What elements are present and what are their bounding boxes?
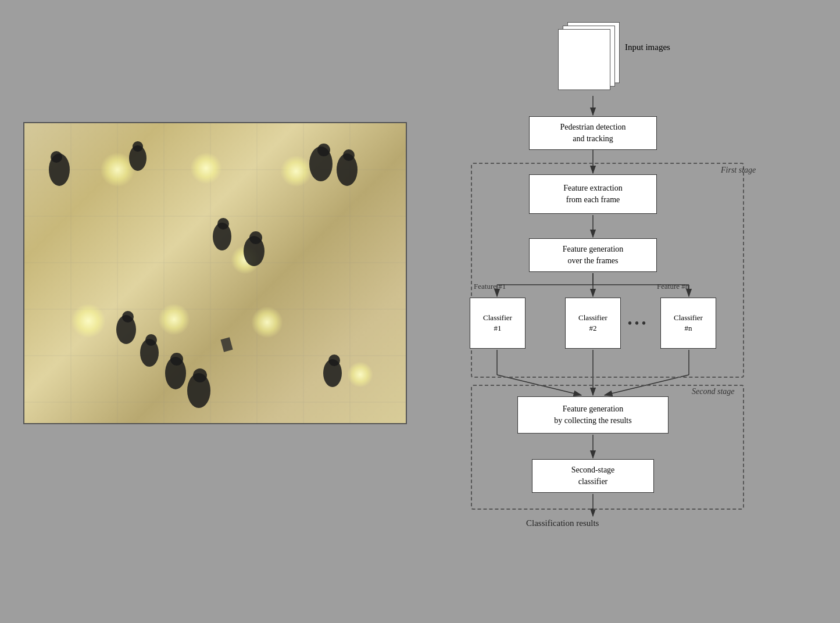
svg-point-30 [170, 353, 183, 366]
svg-point-24 [249, 231, 262, 244]
people-silhouettes [24, 123, 407, 424]
input-images-label: Input images [625, 42, 670, 52]
flowchart: Input images Pedestrian detectionand tra… [442, 17, 817, 606]
stack-page-3 [558, 29, 610, 90]
feature-1-label: Feature #1 [474, 282, 506, 291]
left-panel [23, 122, 407, 424]
feature-generation-frames-text: Feature generationover the frames [563, 244, 624, 266]
svg-point-32 [193, 368, 207, 382]
main-container: Input images Pedestrian detectionand tra… [0, 0, 840, 623]
feature-extraction-text: Feature extractionfrom each frame [563, 182, 622, 205]
svg-point-26 [122, 311, 134, 323]
feature-generation-frames-box: Feature generationover the frames [529, 238, 657, 272]
second-stage-label: Second stage [692, 387, 734, 396]
classifier-2-text: Classifier#2 [578, 313, 607, 334]
feature-generation-results-text: Feature generationby collecting the resu… [554, 403, 631, 426]
classifier-1-text: Classifier#1 [483, 313, 512, 334]
pedestrian-detection-text: Pedestrian detectionand tracking [560, 121, 625, 144]
classifier-2-box: Classifier#2 [565, 298, 621, 349]
feature-generation-results-box: Feature generationby collecting the resu… [517, 396, 669, 434]
second-stage-classifier-box: Second-stageclassifier [532, 459, 654, 493]
svg-point-14 [51, 151, 62, 163]
dots-label: • • • [628, 317, 646, 330]
svg-point-18 [317, 144, 330, 156]
svg-point-20 [343, 149, 355, 161]
classifier-n-box: Classifier#n [660, 298, 716, 349]
pedestrian-detection-box: Pedestrian detectionand tracking [529, 116, 657, 150]
right-panel: Input images Pedestrian detectionand tra… [442, 17, 817, 606]
feature-n-label: Feature #n [657, 282, 689, 291]
classification-results-label: Classification results [526, 518, 599, 528]
svg-point-28 [145, 334, 157, 346]
feature-extraction-box: Feature extractionfrom each frame [529, 174, 657, 214]
input-images-stack: Input images [558, 22, 622, 92]
svg-point-22 [217, 218, 229, 230]
second-stage-classifier-text: Second-stageclassifier [571, 464, 615, 487]
svg-point-34 [328, 355, 340, 366]
svg-point-16 [133, 141, 143, 152]
classifier-n-text: Classifier#n [674, 313, 703, 334]
classifier-1-box: Classifier#1 [470, 298, 526, 349]
svg-rect-35 [220, 337, 233, 352]
camera-image [23, 122, 407, 424]
first-stage-label: First stage [721, 166, 756, 175]
